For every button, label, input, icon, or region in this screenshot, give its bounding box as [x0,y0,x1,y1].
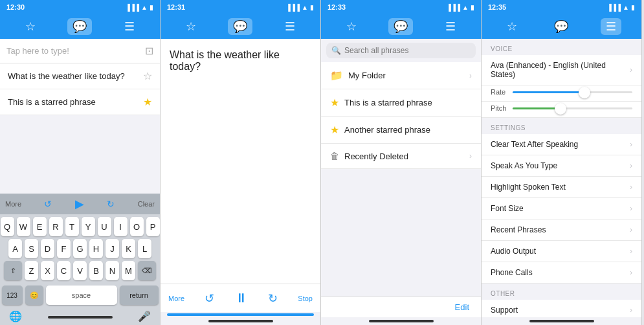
wifi-icon-3: ▲ [462,4,469,11]
speech-icon-2[interactable]: 💬 [228,18,252,35]
settings-audio-output[interactable]: Audio Output › [482,241,641,262]
favorites-icon-4[interactable]: ☆ [502,18,522,35]
folder-list: 📁 My Folder › ★ This is a starred phrase… [321,62,481,297]
key-v[interactable]: V [73,261,87,280]
menu-icon-4[interactable]: ☰ [601,18,621,35]
menu-icon-3[interactable]: ☰ [440,18,461,35]
favorites-icon-2[interactable]: ☆ [181,18,201,35]
key-a[interactable]: A [8,239,22,258]
key-p[interactable]: P [146,217,160,236]
key-u[interactable]: U [98,217,111,236]
search-input[interactable] [344,46,471,55]
settings-recent-phrases[interactable]: Recent Phrases › [482,219,641,241]
search-bar[interactable]: 🔍 [326,43,476,58]
mic-icon[interactable]: 🎤 [138,310,151,322]
phrase-item-1[interactable]: What is the weather like today? ☆ [0,63,160,89]
text-input-area[interactable]: Tap here to type! ⊡ [0,39,160,63]
settings-support[interactable]: Support › [482,300,641,317]
progress-bar [167,313,314,316]
key-o[interactable]: O [130,217,144,236]
redo-icon[interactable]: ↻ [107,199,115,209]
settings-speak-as-you-type[interactable]: Speak As You Type › [482,155,641,177]
key-z[interactable]: Z [25,261,38,280]
status-icons-3: ▐▐▐ ▲ ▮ [447,4,474,11]
chevron-font: › [630,204,632,213]
key-n[interactable]: N [105,261,119,280]
speech-icon-4[interactable]: 💬 [549,18,573,35]
status-bar-3: 12:33 ▐▐▐ ▲ ▮ [321,0,481,14]
pause-icon[interactable]: ⏸ [235,291,248,306]
stop-button[interactable]: Stop [298,295,313,302]
folder-item-deleted[interactable]: 🗑 Recently Deleted › [321,144,481,169]
chevron-clear: › [630,140,632,149]
status-time-1: 12:30 [6,3,25,11]
key-shift[interactable]: ⇧ [4,261,22,280]
key-q[interactable]: Q [1,217,14,236]
speech-icon-3[interactable]: 💬 [388,18,413,35]
play-icon[interactable]: ▶ [75,197,84,211]
key-m[interactable]: M [122,261,135,280]
settings-font-size[interactable]: Font Size › [482,198,641,219]
rate-slider-thumb[interactable] [579,87,590,98]
key-j[interactable]: J [105,239,119,258]
key-k[interactable]: K [122,239,135,258]
key-g[interactable]: G [73,239,87,258]
key-123[interactable]: 123 [2,286,23,305]
key-e[interactable]: E [33,217,47,236]
key-i[interactable]: I [114,217,128,236]
menu-icon-2[interactable]: ☰ [280,18,300,35]
speech-icon[interactable]: 💬 [67,18,92,35]
folder-item-starred2[interactable]: ★ Another starred phrase [321,117,481,144]
forward-icon[interactable]: ↻ [268,291,278,306]
key-r[interactable]: R [49,217,63,236]
nav-bar-3: ☆ 💬 ☰ [321,14,481,39]
star-filled-icon-1[interactable]: ★ [143,96,152,108]
more-button-2[interactable]: More [168,295,184,302]
star-icon-s2: ★ [330,124,339,136]
settings-voice-item[interactable]: Ava (Enhanced) - English (United States)… [482,55,641,85]
key-b[interactable]: B [89,261,103,280]
more-button[interactable]: More [5,200,21,208]
settings-highlight[interactable]: Highlight Spoken Text › [482,177,641,198]
chevron-icon-voice: › [630,65,632,74]
menu-icon[interactable]: ☰ [119,18,140,35]
keyboard-area: More ↺ ▶ ↻ Clear Q W E R T Y U I O P A S [0,194,160,325]
camera-icon[interactable]: ⊡ [145,45,153,57]
key-space[interactable]: space [46,286,117,305]
undo-icon[interactable]: ↺ [44,199,52,209]
chevron-speak: › [630,161,632,170]
keyboard-toolbar: More ↺ ▶ ↻ Clear [0,194,160,214]
key-l[interactable]: L [138,239,151,258]
edit-button[interactable]: Edit [449,300,476,315]
settings-clear-text[interactable]: Clear Text After Speaking › [482,134,641,155]
key-d[interactable]: D [41,239,54,258]
folder-icon: 📁 [330,69,343,82]
phrase-display: What is the weather like today? [161,39,320,284]
star-icon-1[interactable]: ☆ [143,70,152,82]
key-backspace[interactable]: ⌫ [138,261,156,280]
key-emoji[interactable]: 😊 [25,286,43,305]
clear-button[interactable]: Clear [138,200,155,208]
key-h[interactable]: H [89,239,103,258]
key-return[interactable]: return [120,286,159,305]
key-x[interactable]: X [41,261,54,280]
trash-icon: 🗑 [330,151,339,161]
pitch-slider-thumb[interactable] [555,103,566,115]
globe-icon[interactable]: 🌐 [9,310,22,322]
settings-phone-calls[interactable]: Phone Calls › [482,262,641,284]
key-c[interactable]: C [57,261,71,280]
rewind-icon[interactable]: ↺ [205,291,214,306]
key-s[interactable]: S [25,239,38,258]
favorites-icon-3[interactable]: ☆ [341,18,362,35]
key-y[interactable]: Y [82,217,95,236]
pitch-slider-track[interactable] [513,107,632,109]
rate-slider-track[interactable] [513,91,632,93]
folder-item-starred1[interactable]: ★ This is a starred phrase [321,89,481,117]
key-f[interactable]: F [57,239,71,258]
folder-item-myfolder[interactable]: 📁 My Folder › [321,62,481,89]
phrase-item-2[interactable]: This is a starred phrase ★ [0,89,160,115]
favorites-icon[interactable]: ☆ [20,18,41,35]
screen3: 12:33 ▐▐▐ ▲ ▮ ☆ 💬 ☰ 🔍 📁 My Folder › ★ [321,0,482,325]
key-t[interactable]: T [65,217,79,236]
key-w[interactable]: W [17,217,30,236]
